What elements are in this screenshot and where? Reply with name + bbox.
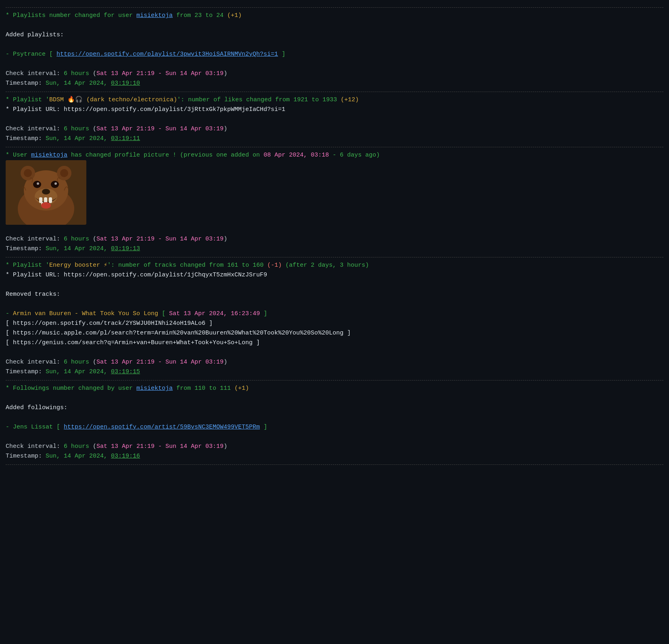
check-interval-row-3: Check interval: 6 hours (Sat 13 Apr 21:1… — [6, 234, 663, 244]
energy-delta: (-1) — [267, 262, 282, 269]
interval-paren-open-2: ( — [89, 125, 96, 132]
track-dash: - — [6, 310, 13, 317]
timestamp-value-2: Sun, 14 Apr 2024, — [46, 135, 111, 142]
divider-1 — [6, 92, 663, 92]
timestamp-label-5: Timestamp: — [6, 453, 46, 460]
followings-prefix: * Followings number changed by user — [6, 385, 136, 392]
profile-picture-bear — [6, 160, 86, 225]
divider-bottom — [6, 464, 663, 465]
track-genius-url: [ https://genius.com/search?q=Armin+van+… — [6, 338, 663, 348]
bdsm-name: BDSM 🔥🎧 (dark techno/electronica) — [49, 96, 177, 103]
interval-inner-5: Sat 13 Apr 21:19 - Sun 14 Apr 03:19 — [96, 443, 224, 450]
bdsm-delta: (+12) — [341, 96, 359, 103]
timestamp-link-3[interactable]: 03:19:13 — [111, 245, 140, 252]
track-date: Sat 13 Apr 2024, 16:23:49 — [169, 310, 260, 317]
timestamp-row-2: Timestamp: Sun, 14 Apr 2024, 03:19:11 — [6, 134, 663, 144]
svg-point-4 — [24, 169, 32, 177]
interval-inner-4: Sat 13 Apr 21:19 - Sun 14 Apr 03:19 — [96, 359, 224, 366]
svg-point-17 — [37, 182, 39, 185]
check-label-3: Check interval: — [6, 236, 64, 243]
svg-rect-11 — [49, 197, 52, 203]
interval-value-2: 6 hours — [64, 125, 89, 132]
timestamp-value-1: Sun, 14 Apr 2024, — [46, 80, 111, 87]
following-url-1[interactable]: https://open.spotify.com/artist/59BvsNC3… — [64, 424, 260, 431]
svg-point-14 — [41, 202, 51, 209]
user-link-misiektoja-2[interactable]: misiektoja — [31, 152, 67, 159]
svg-rect-10 — [44, 197, 47, 203]
section-energy-booster: * Playlist 'Energy booster ⚡': number of… — [6, 261, 663, 377]
interval-paren-open-5: ( — [89, 443, 96, 450]
energy-name: Energy booster ⚡ — [49, 262, 107, 269]
interval-paren-close-3: ) — [224, 236, 227, 243]
track-bracket-close: ] — [260, 310, 267, 317]
timestamp-row-1: Timestamp: Sun, 14 Apr 2024, 03:19:10 — [6, 79, 663, 88]
profile-text: has changed profile picture ! (previous … — [67, 152, 263, 159]
timestamp-row-4: Timestamp: Sun, 14 Apr 2024, 03:19:15 — [6, 367, 663, 377]
divider-3 — [6, 257, 663, 257]
timestamp-label-2: Timestamp: — [6, 135, 46, 142]
followings-delta: (+1) — [234, 385, 249, 392]
star-line-bdsm: * Playlist 'BDSM 🔥🎧 (dark techno/electro… — [6, 95, 663, 105]
check-label-1: Check interval: — [6, 70, 64, 77]
svg-point-8 — [42, 189, 50, 194]
interval-paren-open-4: ( — [89, 359, 96, 366]
playlist-link-line-1: - Psytrance [ https://open.spotify.com/p… — [6, 50, 663, 59]
timestamp-value-3: Sun, 14 Apr 2024, — [46, 245, 111, 252]
timestamp-link-2[interactable]: 03:19:11 — [111, 135, 140, 142]
bdsm-suffix: ': number of likes changed from 1921 to … — [177, 96, 341, 103]
timestamp-link-4[interactable]: 03:19:15 — [111, 368, 140, 375]
bdsm-url-line: * Playlist URL: https://open.spotify.com… — [6, 105, 663, 115]
timestamp-label-4: Timestamp: — [6, 368, 46, 375]
svg-point-18 — [54, 182, 57, 185]
interval-inner-3: Sat 13 Apr 21:19 - Sun 14 Apr 03:19 — [96, 236, 224, 243]
playlist-bracket-1: ] — [278, 51, 285, 58]
interval-value-3: 6 hours — [64, 236, 89, 243]
energy-prefix: * Playlist ' — [6, 262, 49, 269]
interval-paren-close-2: ) — [224, 125, 227, 132]
track-name: Armin van Buuren - What Took You So Long — [13, 310, 158, 317]
check-label-5: Check interval: — [6, 443, 64, 450]
star-line-profile: * User misiektoja has changed profile pi… — [6, 151, 663, 160]
timestamp-label-3: Timestamp: — [6, 245, 46, 252]
track-bracket-open: [ — [158, 310, 169, 317]
timestamp-value-4: Sun, 14 Apr 2024, — [46, 368, 111, 375]
interval-inner-1: Sat 13 Apr 21:19 - Sun 14 Apr 03:19 — [96, 70, 224, 77]
svg-rect-9 — [39, 197, 42, 203]
added-playlists-label: Added playlists: — [6, 30, 663, 40]
interval-paren-open-1: ( — [89, 70, 96, 77]
section-followings: * Followings number changed by user misi… — [6, 384, 663, 461]
section-profile-picture: * User misiektoja has changed profile pi… — [6, 151, 663, 254]
track-apple-url: [ https://music.apple.com/pl/search?term… — [6, 328, 663, 338]
star-line-followings: * Followings number changed by user misi… — [6, 384, 663, 393]
user-link-misiektoja-3[interactable]: misiektoja — [136, 385, 173, 392]
interval-value-1: 6 hours — [64, 70, 89, 77]
star-line-energy: * Playlist 'Energy booster ⚡': number of… — [6, 261, 663, 270]
star-line-playlists: * Playlists number changed for user misi… — [6, 11, 663, 21]
timestamp-label-1: Timestamp: — [6, 80, 46, 87]
timestamp-link-1[interactable]: 03:19:10 — [111, 80, 140, 87]
energy-suffix: ': number of tracks changed from 161 to … — [107, 262, 267, 269]
timestamp-value-5: Sun, 14 Apr 2024, — [46, 453, 111, 460]
divider-top — [6, 7, 663, 8]
timestamp-link-5[interactable]: 03:19:16 — [111, 453, 140, 460]
check-interval-row-4: Check interval: 6 hours (Sat 13 Apr 21:1… — [6, 358, 663, 367]
following-bracket: ] — [260, 424, 267, 431]
section-bdsm: * Playlist 'BDSM 🔥🎧 (dark techno/electro… — [6, 95, 663, 144]
track-spotify-url: [ https://open.spotify.com/track/2YSWJU0… — [6, 319, 663, 328]
check-label-4: Check interval: — [6, 359, 64, 366]
energy-after: (after 2 days, 3 hours) — [282, 262, 369, 269]
svg-point-6 — [60, 169, 68, 177]
count-delta-1: (+1) — [227, 12, 242, 19]
following-dash: - Jens Lissat [ — [6, 424, 64, 431]
interval-paren-close-1: ) — [224, 70, 227, 77]
interval-paren-close-4: ) — [224, 359, 227, 366]
interval-value-4: 6 hours — [64, 359, 89, 366]
section-playlists-count: * Playlists number changed for user misi… — [6, 11, 663, 88]
user-link-misiektoja-1[interactable]: misiektoja — [136, 12, 173, 19]
check-interval-row-1: Check interval: 6 hours (Sat 13 Apr 21:1… — [6, 69, 663, 79]
playlist-url-1[interactable]: https://open.spotify.com/playlist/3pwvit… — [56, 51, 278, 58]
bear-svg — [6, 160, 86, 225]
profile-date: 08 Apr 2024, 03:18 — [263, 152, 329, 159]
profile-prefix: * User — [6, 152, 31, 159]
interval-paren-open-3: ( — [89, 236, 96, 243]
